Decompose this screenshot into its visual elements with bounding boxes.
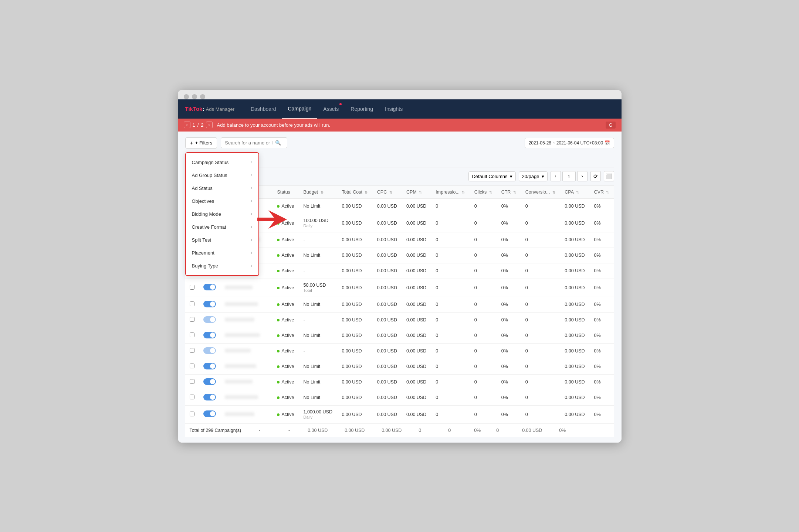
refresh-btn[interactable]: ⟳ — [590, 171, 601, 181]
filters-button[interactable]: + + Filters — [185, 137, 217, 149]
next-page-btn[interactable]: › — [577, 171, 588, 181]
chevron-right-icon: › — [251, 250, 253, 255]
row-total-cost: 0.00 USD — [337, 343, 372, 359]
row-checkbox[interactable] — [190, 395, 194, 399]
row-cpm: 0.00 USD — [402, 263, 431, 279]
page-input[interactable] — [562, 171, 576, 181]
row-checkbox[interactable] — [190, 301, 194, 306]
row-toggle[interactable] — [203, 394, 216, 400]
row-ctr: 0% — [497, 328, 521, 343]
row-clicks: 0 — [470, 297, 497, 312]
filter-item-split-test[interactable]: Split Test › — [186, 233, 258, 246]
prev-page-btn[interactable]: ‹ — [551, 171, 561, 181]
row-toggle[interactable] — [203, 301, 216, 307]
row-toggle[interactable] — [203, 347, 216, 354]
row-cpm: 0.00 USD — [402, 248, 431, 263]
row-budget: No Limit — [299, 248, 337, 263]
search-box[interactable]: 🔍 — [221, 137, 287, 148]
columns-selector[interactable]: Default Columns ▾ — [468, 171, 515, 181]
search-input[interactable] — [225, 140, 273, 146]
row-ctr: 0% — [497, 390, 521, 405]
row-cpc: 0.00 USD — [373, 232, 402, 248]
row-cvr: 0% — [590, 232, 614, 248]
row-clicks: 0 — [470, 390, 497, 405]
nav-item-dashboard[interactable]: Dashboard — [245, 99, 282, 119]
row-toggle[interactable] — [203, 332, 216, 338]
row-status: Active — [272, 405, 299, 423]
download-icon: ⬜ — [606, 173, 612, 179]
row-toggle[interactable] — [203, 316, 216, 323]
row-ctr: 0% — [497, 343, 521, 359]
table-row: Active-0.00 USD0.00 USD0.00 USD000%00.00… — [185, 343, 614, 359]
row-total-cost: 0.00 USD — [337, 214, 372, 232]
alert-total: 2 — [201, 122, 203, 128]
nav-item-reporting[interactable]: Reporting — [345, 99, 379, 119]
row-budget: No Limit — [299, 328, 337, 343]
filter-item-objectives[interactable]: Objectives › — [186, 195, 258, 208]
filter-item-buying-type[interactable]: Buying Type › — [186, 259, 258, 272]
chevron-right-icon: › — [251, 224, 253, 229]
nav-item-campaign[interactable]: Campaign — [282, 99, 317, 119]
campaign-name — [225, 349, 251, 352]
row-impressions: 0 — [431, 328, 470, 343]
alert-next-btn[interactable]: › — [206, 122, 213, 128]
row-toggle[interactable] — [203, 378, 216, 385]
row-impressions: 0 — [431, 232, 470, 248]
download-btn[interactable]: ⬜ — [604, 171, 614, 181]
row-clicks: 0 — [470, 359, 497, 374]
filter-item-bidding-mode[interactable]: Bidding Mode › — [186, 208, 258, 221]
row-checkbox[interactable] — [190, 348, 194, 353]
footer-conversions: 0 — [496, 428, 515, 433]
row-checkbox[interactable] — [190, 364, 194, 368]
filter-item-ad-group-status[interactable]: Ad Group Status › — [186, 169, 258, 182]
alert-prev-btn[interactable]: ‹ — [184, 122, 190, 128]
row-checkbox[interactable] — [190, 285, 194, 290]
per-page-label: 20/page — [522, 174, 539, 179]
row-checkbox[interactable] — [190, 412, 194, 416]
table-row: ActiveNo Limit0.00 USD0.00 USD0.00 USD00… — [185, 359, 614, 374]
row-cpc: 0.00 USD — [373, 405, 402, 423]
row-checkbox[interactable] — [190, 332, 194, 337]
row-cvr: 0% — [590, 328, 614, 343]
alert-go-btn[interactable]: G — [606, 122, 615, 129]
footer-ctr: 0% — [474, 428, 489, 433]
date-end: 2021-06-04 — [556, 140, 579, 146]
col-clicks: Clicks ⇅ — [470, 185, 497, 198]
browser-dot-2 — [192, 94, 197, 99]
row-status: Active — [272, 390, 299, 405]
row-cvr: 0% — [590, 405, 614, 423]
row-impressions: 0 — [431, 405, 470, 423]
filter-item-ad-status[interactable]: Ad Status › — [186, 182, 258, 195]
row-checkbox[interactable] — [190, 317, 194, 322]
row-status: Active — [272, 248, 299, 263]
row-status: Active — [272, 198, 299, 214]
row-cpa: 0.00 USD — [560, 214, 589, 232]
nav-logo: TikTok: Ads Manager — [185, 106, 234, 112]
row-cpm: 0.00 USD — [402, 198, 431, 214]
row-conversions: 0 — [521, 279, 561, 297]
calendar-icon: 📅 — [605, 140, 610, 146]
nav-item-insights[interactable]: Insights — [379, 99, 409, 119]
columns-chevron-icon: ▾ — [510, 174, 512, 179]
per-page-selector[interactable]: 20/page ▾ — [519, 171, 548, 181]
date-range-picker[interactable]: 2021-05-28 ~ 2021-06-04 UTC+08:00 📅 — [525, 138, 614, 148]
row-toggle[interactable] — [203, 410, 216, 417]
filter-buying-type-label: Buying Type — [192, 263, 218, 269]
row-checkbox[interactable] — [190, 379, 194, 384]
row-cpm: 0.00 USD — [402, 405, 431, 423]
filter-item-placement[interactable]: Placement › — [186, 246, 258, 259]
date-start: 2021-05-28 — [529, 140, 551, 146]
table-ctrl-right: Default Columns ▾ 20/page ▾ ‹ › ⟳ — [468, 171, 614, 181]
row-status: Active — [272, 263, 299, 279]
row-clicks: 0 — [470, 405, 497, 423]
row-ctr: 0% — [497, 312, 521, 328]
logo-colon: : — [202, 106, 204, 112]
row-budget: 1,000.00 USDDaily — [299, 405, 337, 423]
row-cvr: 0% — [590, 359, 614, 374]
filter-item-campaign-status[interactable]: Campaign Status › — [186, 156, 258, 169]
filter-item-creative-format[interactable]: Creative Format › — [186, 221, 258, 233]
footer-dash2: - — [278, 428, 300, 433]
row-toggle[interactable] — [203, 363, 216, 369]
nav-item-assets[interactable]: Assets — [317, 99, 345, 119]
row-toggle[interactable] — [203, 284, 216, 290]
